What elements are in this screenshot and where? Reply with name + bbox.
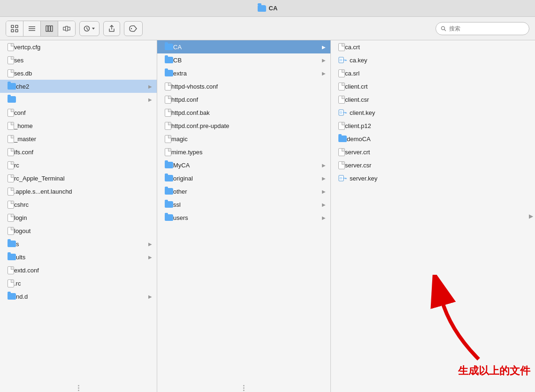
file-icon xyxy=(8,214,14,222)
item-label: httpd.conf.pre-update xyxy=(171,122,326,129)
list-item[interactable]: client.crt xyxy=(331,80,535,93)
svg-rect-8 xyxy=(48,26,50,31)
list-item[interactable]: ifs.conf xyxy=(0,145,157,158)
list-item[interactable]: extd.conf xyxy=(0,264,157,277)
list-item[interactable]: s▶ xyxy=(0,237,157,250)
action-button[interactable] xyxy=(79,21,99,36)
list-item[interactable]: ses xyxy=(0,53,157,67)
svg-rect-3 xyxy=(15,30,18,32)
list-item[interactable]: ca.srl xyxy=(331,67,535,80)
list-item[interactable]: httpd.conf.pre-update xyxy=(157,119,330,132)
list-item[interactable]: extra▶ xyxy=(157,67,330,80)
list-item[interactable]: _home xyxy=(0,119,157,132)
list-item[interactable]: MyCA▶ xyxy=(157,158,330,172)
item-label: CA xyxy=(173,44,322,51)
share-button[interactable] xyxy=(103,21,120,36)
file-icon xyxy=(8,43,14,51)
folder-icon xyxy=(165,201,173,208)
right-panel-expand[interactable]: ▶ xyxy=(529,213,533,219)
list-item[interactable]: server.csr xyxy=(331,158,535,172)
view-column-button[interactable] xyxy=(41,21,58,36)
file-icon xyxy=(338,161,345,169)
item-label: extd.conf xyxy=(14,267,152,274)
file-icon xyxy=(338,83,345,90)
list-item[interactable]: client.csr xyxy=(331,93,535,106)
list-item[interactable]: ▶ xyxy=(0,93,157,106)
list-item[interactable]: client.key xyxy=(331,106,535,119)
svg-line-19 xyxy=(444,29,446,31)
item-label: MyCA xyxy=(173,162,322,169)
list-item[interactable]: CA▶ xyxy=(157,40,330,53)
item-label: client.crt xyxy=(345,83,530,90)
list-item[interactable]: nd.d▶ xyxy=(0,290,157,303)
list-item[interactable]: server.crt xyxy=(331,145,535,158)
arrow-icon: ▶ xyxy=(322,176,326,181)
list-item[interactable]: che2▶ xyxy=(0,80,157,93)
list-item[interactable]: rc xyxy=(0,158,157,172)
title-folder-icon xyxy=(258,5,266,12)
item-label: httpd.conf xyxy=(171,96,326,103)
list-item[interactable]: rc_Apple_Terminal xyxy=(0,172,157,185)
middle-resize-handle[interactable] xyxy=(242,384,246,392)
list-item[interactable]: client.p12 xyxy=(331,119,535,132)
left-panel-scroll[interactable]: vertcp.cfgsesses.dbche2▶▶conf_home_maste… xyxy=(0,40,157,392)
item-label: server.crt xyxy=(345,149,530,156)
list-item[interactable]: ses.db xyxy=(0,67,157,80)
item-label: nd.d xyxy=(16,293,148,300)
list-item[interactable]: login xyxy=(0,211,157,224)
view-cover-button[interactable] xyxy=(58,21,75,36)
item-label: login xyxy=(14,214,152,221)
view-mode-group xyxy=(6,21,76,37)
item-label: ca.crt xyxy=(345,44,530,51)
view-list-button[interactable] xyxy=(23,21,41,36)
item-label: magic xyxy=(171,136,326,143)
file-icon xyxy=(8,161,14,169)
tag-button[interactable] xyxy=(124,21,143,36)
list-item[interactable]: .rc xyxy=(0,277,157,290)
svg-rect-0 xyxy=(11,25,14,28)
list-item[interactable]: ca.crt xyxy=(331,40,535,53)
list-item[interactable]: .apple.s...ent.launchd xyxy=(0,185,157,198)
middle-panel-scroll[interactable]: CA▶CB▶extra▶httpd-vhosts.confhttpd.confh… xyxy=(157,40,330,392)
right-panel: ca.crt ca.keyca.srlclient.crtclient.csr … xyxy=(331,40,535,392)
list-item[interactable]: httpd.conf xyxy=(157,93,330,106)
item-label: .apple.s...ent.launchd xyxy=(14,188,152,195)
main-content: vertcp.cfgsesses.dbche2▶▶conf_home_maste… xyxy=(0,40,535,392)
list-item[interactable]: server.key xyxy=(331,172,535,185)
list-item[interactable]: magic xyxy=(157,132,330,145)
list-item[interactable]: ults▶ xyxy=(0,250,157,264)
list-item[interactable]: CB▶ xyxy=(157,53,330,67)
list-item[interactable]: mime.types xyxy=(157,145,330,158)
item-label: client.csr xyxy=(345,96,530,103)
list-item[interactable]: _master xyxy=(0,132,157,145)
svg-line-15 xyxy=(87,29,88,30)
list-item[interactable]: original▶ xyxy=(157,172,330,185)
file-icon xyxy=(165,96,171,104)
arrow-icon: ▶ xyxy=(148,97,152,102)
view-grid-button[interactable] xyxy=(6,21,23,36)
list-item[interactable]: conf xyxy=(0,106,157,119)
list-item[interactable]: vertcp.cfg xyxy=(0,40,157,53)
list-item[interactable]: users▶ xyxy=(157,211,330,224)
key-icon xyxy=(338,174,347,182)
list-item[interactable]: logout xyxy=(0,224,157,237)
list-item[interactable]: ca.key xyxy=(331,53,535,67)
item-label: cshrc xyxy=(14,201,152,208)
arrow-icon: ▶ xyxy=(148,294,152,299)
list-item[interactable]: demoCA xyxy=(331,132,535,145)
list-item[interactable]: cshrc xyxy=(0,198,157,211)
item-label: server.csr xyxy=(345,162,530,169)
folder-icon xyxy=(8,83,16,90)
list-item[interactable]: other▶ xyxy=(157,185,330,198)
list-item[interactable]: httpd-vhosts.conf xyxy=(157,80,330,93)
list-item[interactable]: httpd.conf.bak xyxy=(157,106,330,119)
item-label: httpd.conf.bak xyxy=(171,109,326,116)
search-input[interactable] xyxy=(449,25,515,32)
folder-icon xyxy=(8,254,16,260)
right-panel-scroll[interactable]: ca.crt ca.keyca.srlclient.crtclient.csr … xyxy=(331,40,535,392)
item-label: original xyxy=(173,175,322,182)
folder-icon xyxy=(165,214,173,221)
search-box[interactable] xyxy=(436,22,529,35)
list-item[interactable]: ssl▶ xyxy=(157,198,330,211)
left-resize-handle[interactable] xyxy=(76,384,80,392)
